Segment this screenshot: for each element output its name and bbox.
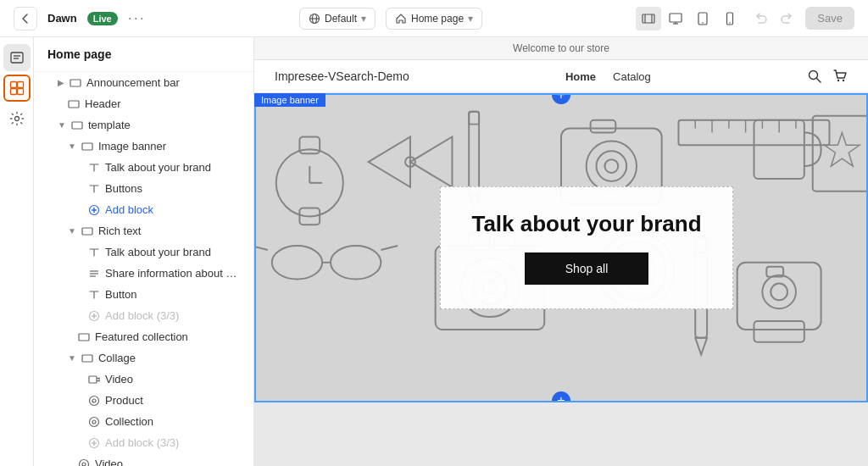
- add-icon: [88, 204, 100, 216]
- svg-rect-19: [17, 89, 23, 95]
- sidebar-label-add-block-2: Add block (3/3): [105, 309, 240, 322]
- svg-rect-13: [11, 53, 23, 63]
- sidebar-label-add-block-1: Add block: [105, 203, 240, 216]
- add-disabled-icon: [88, 437, 100, 449]
- svg-rect-23: [72, 122, 82, 129]
- pages-panel-button[interactable]: [3, 44, 31, 71]
- text-icon: [88, 183, 100, 195]
- sidebar-label-rich-text: Rich text: [98, 225, 240, 237]
- sidebar-item-rich-text[interactable]: ▼ Rich text: [34, 220, 253, 241]
- section-icon: [78, 458, 90, 467]
- text-icon: [88, 162, 100, 174]
- shop-all-button[interactable]: Shop all: [525, 252, 649, 285]
- sidebar-item-button[interactable]: Button: [34, 284, 253, 305]
- svg-rect-21: [70, 80, 81, 86]
- svg-point-61: [587, 141, 637, 191]
- sidebar-item-add-block-1[interactable]: Add block: [34, 199, 253, 220]
- left-panel: [0, 37, 34, 466]
- sidebar-label-button: Button: [105, 288, 240, 301]
- sections-panel-button-selected[interactable]: [3, 75, 31, 102]
- collection-icon: [88, 416, 100, 428]
- store-canvas: Welcome to our store Impresee-VSearch-De…: [254, 37, 868, 402]
- tablet-icon: [696, 12, 709, 25]
- nav-link-home[interactable]: Home: [565, 70, 596, 83]
- svg-point-46: [82, 463, 86, 466]
- sidebar-item-share-info[interactable]: Share information about your bra…: [34, 263, 253, 284]
- sidebar-label-template: template: [88, 119, 240, 131]
- cart-icon[interactable]: [832, 69, 848, 84]
- default-view-button[interactable]: Default ▾: [299, 8, 376, 30]
- svg-rect-90: [737, 263, 821, 330]
- sidebar-item-buttons[interactable]: Buttons: [34, 178, 253, 199]
- sidebar-label-product: Product: [105, 394, 240, 407]
- sidebar-label-talk-brand-2: Talk about your brand: [105, 246, 240, 258]
- svg-point-76: [272, 246, 322, 280]
- undo-icon: [754, 12, 768, 25]
- save-button[interactable]: Save: [805, 7, 854, 30]
- sidebar-item-template[interactable]: ▼ template: [34, 114, 253, 136]
- svg-rect-17: [17, 82, 23, 88]
- sidebar-item-header[interactable]: Header: [34, 93, 253, 114]
- mobile-button[interactable]: [717, 7, 743, 31]
- redo-button[interactable]: [775, 7, 798, 31]
- sidebar-item-collage[interactable]: ▼ Collage: [34, 347, 253, 369]
- undo-button[interactable]: [749, 7, 773, 31]
- svg-point-47: [809, 71, 817, 80]
- tablet-button[interactable]: [690, 7, 715, 31]
- svg-rect-3: [643, 14, 654, 23]
- section-icon: [81, 141, 93, 153]
- mobile-icon: [723, 12, 737, 25]
- sidebar-item-video-section[interactable]: Video: [34, 453, 253, 466]
- sidebar-label-share-info: Share information about your bra…: [105, 267, 240, 280]
- fullscreen-icon: [642, 12, 655, 25]
- store-nav: Impresee-VSearch-Demo Home Catalog: [254, 60, 868, 93]
- sidebar-item-product[interactable]: Product: [34, 390, 253, 411]
- section-icon: [81, 225, 93, 237]
- fullscreen-button[interactable]: [636, 7, 661, 31]
- svg-rect-91: [754, 321, 804, 342]
- nav-link-catalog[interactable]: Catalog: [613, 70, 651, 83]
- globe-icon: [309, 13, 320, 25]
- back-button[interactable]: [14, 7, 37, 31]
- image-banner[interactable]: +: [254, 93, 868, 402]
- sidebar-item-announcement-bar[interactable]: ▶ Announcement bar: [34, 72, 253, 93]
- svg-rect-37: [89, 376, 97, 383]
- sidebar-label-video: Video: [105, 373, 240, 386]
- sidebar-item-talk-brand-2[interactable]: Talk about your brand: [34, 241, 253, 263]
- redo-icon: [780, 12, 793, 25]
- desktop-button[interactable]: [663, 7, 688, 31]
- svg-point-92: [762, 275, 796, 309]
- sidebar-item-add-block-2[interactable]: Add block (3/3): [34, 305, 253, 326]
- svg-rect-24: [82, 143, 92, 150]
- video-icon: [88, 374, 100, 386]
- sidebar-item-featured-collection[interactable]: Featured collection: [34, 326, 253, 347]
- homepage-button[interactable]: Home page ▾: [386, 8, 482, 30]
- store-announcement-bar: Welcome to our store: [254, 37, 868, 60]
- svg-rect-6: [670, 14, 682, 22]
- svg-point-20: [14, 117, 19, 121]
- svg-rect-59: [469, 112, 479, 125]
- sidebar-label-video-section: Video: [95, 458, 240, 466]
- settings-panel-button[interactable]: [3, 105, 31, 132]
- chevron-down-icon: ▼: [68, 141, 76, 151]
- search-icon[interactable]: [807, 69, 822, 84]
- svg-rect-16: [10, 82, 16, 88]
- sidebar-item-talk-brand-1[interactable]: Talk about your brand: [34, 157, 253, 178]
- svg-point-39: [92, 399, 96, 402]
- svg-rect-22: [69, 101, 79, 108]
- sidebar-item-add-block-3[interactable]: Add block (3/3): [34, 432, 253, 453]
- chevron-right-icon: ▶: [58, 78, 64, 87]
- svg-line-80: [381, 246, 398, 250]
- sidebar-label-header: Header: [85, 97, 240, 110]
- list-icon: [88, 268, 100, 280]
- svg-point-12: [730, 22, 732, 24]
- text-icon: [88, 247, 100, 258]
- more-options-button[interactable]: ···: [128, 9, 146, 27]
- svg-point-40: [90, 417, 99, 426]
- sidebar-item-video[interactable]: Video: [34, 369, 253, 390]
- sidebar-label-collection: Collection: [105, 415, 240, 428]
- sidebar-label-announcement-bar: Announcement bar: [86, 76, 240, 89]
- sidebar-item-collection[interactable]: Collection: [34, 411, 253, 432]
- sidebar-label-featured-collection: Featured collection: [95, 330, 240, 343]
- sidebar-item-image-banner[interactable]: ▼ Image banner: [34, 136, 253, 157]
